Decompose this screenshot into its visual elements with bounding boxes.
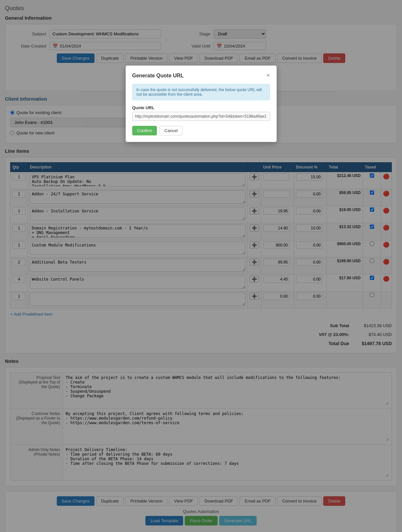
- modal-cancel-button[interactable]: Cancel: [159, 126, 182, 135]
- generate-url-modal: Generate Quote URL × In case the quote i…: [126, 66, 277, 142]
- modal-title: Generate Quote URL: [132, 73, 184, 79]
- modal-alert: In case the quote is not successfully de…: [132, 84, 270, 100]
- modal-footer: Confirm Cancel: [132, 126, 270, 135]
- modal-confirm-button[interactable]: Confirm: [132, 126, 157, 135]
- modal-header: Generate Quote URL ×: [132, 72, 270, 79]
- modal-url-label: Quote URL: [132, 105, 270, 110]
- modal-url-input[interactable]: [132, 112, 270, 121]
- modal-close-button[interactable]: ×: [266, 72, 270, 79]
- modal-overlay[interactable]: Generate Quote URL × In case the quote i…: [0, 0, 402, 532]
